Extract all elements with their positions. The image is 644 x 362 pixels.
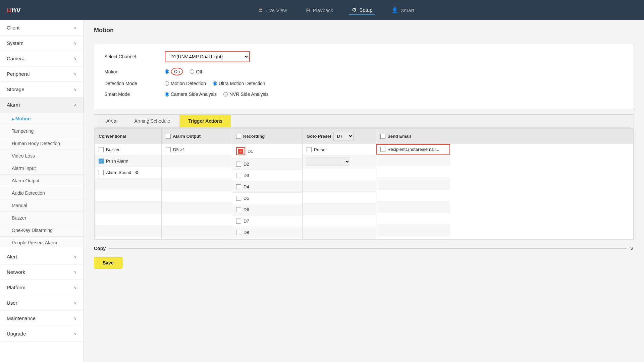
table-row: D4: [232, 181, 302, 193]
tab-arming-schedule[interactable]: Arming Schedule: [126, 115, 179, 127]
sidebar-item-alert[interactable]: Alert ∨: [0, 249, 84, 264]
detection-mode-radio-group: Motion Detection Ultra Motion Detection: [165, 81, 265, 86]
sidebar-item-platform[interactable]: Platform ∨: [0, 280, 84, 295]
table-row-empty: [376, 190, 450, 201]
table-row-empty: [303, 215, 376, 227]
table-row: ✓ Push Alarm: [95, 156, 161, 167]
table-header: Conventional Alarm Output Recording Goto…: [95, 129, 633, 144]
table-row-empty: [95, 225, 161, 237]
table-row-empty: [95, 202, 161, 214]
nav-live-view[interactable]: 🖥 Live View: [255, 5, 290, 15]
th-conventional: Conventional: [95, 129, 162, 144]
sidebar-sub-item-manual[interactable]: Manual: [0, 199, 84, 212]
goto-preset-header-select[interactable]: D7: [333, 132, 354, 140]
alarm-sound-gear-icon[interactable]: ⚙: [135, 170, 139, 175]
motion-radio-group: On Off: [165, 68, 202, 75]
table-row: Buzzer: [95, 144, 161, 156]
push-alarm-checkbox[interactable]: ✓: [99, 159, 104, 164]
d1-checkbox[interactable]: ✓: [238, 149, 243, 154]
select-channel-control: D1(UNV 4MP Dual Light): [165, 51, 250, 62]
sidebar-sub-item-alarm-output[interactable]: Alarm Output: [0, 175, 84, 187]
sidebar-item-network[interactable]: Network ∨: [0, 264, 84, 280]
nav-playback[interactable]: ⊞ Playback: [303, 5, 336, 15]
tab-trigger-actions[interactable]: Trigger Actions: [179, 115, 231, 127]
sidebar-sub-item-video-loss[interactable]: Video Loss: [0, 150, 84, 162]
alarm-sound-checkbox[interactable]: [99, 170, 104, 175]
recipient1-checkbox[interactable]: [380, 147, 385, 152]
chevron-down-icon: ∨: [74, 301, 77, 305]
preset-select[interactable]: [307, 158, 350, 166]
d8-checkbox[interactable]: [236, 230, 241, 235]
sidebar-sub-item-buzzer[interactable]: Buzzer: [0, 212, 84, 224]
motion-off-radio[interactable]: Off: [190, 69, 202, 74]
sidebar-sub-item-people-present[interactable]: People Present Alarm: [0, 237, 84, 249]
sidebar-sub-item-human-body[interactable]: Human Body Detection: [0, 137, 84, 150]
preset-checkbox[interactable]: [307, 147, 312, 152]
motion-row: Motion On Off: [104, 68, 624, 75]
buzzer-checkbox[interactable]: [99, 147, 104, 152]
save-button[interactable]: Save: [94, 257, 122, 268]
d7-checkbox[interactable]: [236, 219, 241, 224]
sidebar-item-alarm[interactable]: Alarm ∧: [0, 97, 84, 113]
sidebar-sub-item-alarm-input[interactable]: Alarm Input: [0, 162, 84, 175]
d2-checkbox[interactable]: [236, 162, 241, 167]
d5-1-checkbox[interactable]: [166, 147, 171, 152]
sidebar-item-maintenance[interactable]: Maintenance ∨: [0, 311, 84, 326]
sidebar-sub-item-audio-detection[interactable]: Audio Detection: [0, 187, 84, 199]
sidebar-sub-item-motion[interactable]: Motion: [0, 113, 84, 125]
sidebar-item-client[interactable]: Client ∨: [0, 20, 84, 36]
send-email-header-checkbox[interactable]: [380, 134, 385, 139]
sidebar-item-upgrade[interactable]: Upgrade ∨: [0, 326, 84, 342]
table-row: Alarm Sound ⚙: [95, 167, 161, 178]
copy-chevron-icon[interactable]: ∨: [630, 245, 634, 252]
table-row-empty: [95, 178, 161, 190]
sidebar-item-storage[interactable]: Storage ∨: [0, 82, 84, 97]
recording-header-checkbox[interactable]: [236, 134, 241, 139]
col-alarm-output: D5->1: [162, 144, 232, 239]
chevron-down-icon: ∨: [74, 25, 77, 30]
table-row-empty: [162, 202, 232, 214]
sidebar-item-peripheral[interactable]: Peripheral ∨: [0, 66, 84, 82]
sidebar-item-user[interactable]: User ∨: [0, 295, 84, 311]
th-recording: Recording: [232, 129, 303, 144]
d6-checkbox[interactable]: [236, 207, 241, 212]
chevron-down-icon: ∨: [74, 41, 77, 46]
nvr-side-radio[interactable]: NVR Side Analysis: [223, 92, 269, 97]
d4-checkbox[interactable]: [236, 184, 241, 189]
table-row-empty: [95, 190, 161, 202]
chevron-down-icon: ∨: [74, 56, 77, 61]
nav-smart[interactable]: 👤 Smart: [389, 5, 417, 15]
alarm-output-header-checkbox[interactable]: [166, 134, 171, 139]
chevron-down-icon: ∨: [74, 316, 77, 321]
motion-detection-radio[interactable]: Motion Detection: [165, 81, 206, 86]
table-row: D7: [232, 216, 302, 227]
col-goto-preset: Preset: [303, 144, 376, 239]
tab-area[interactable]: Area: [98, 115, 125, 127]
d3-checkbox[interactable]: [236, 173, 241, 178]
sidebar-sub-item-one-key[interactable]: One-Key Disarming: [0, 224, 84, 237]
table-row: D2: [232, 159, 302, 170]
motion-label: Motion: [104, 69, 158, 74]
tabs-wrapper: Area Arming Schedule Trigger Actions: [94, 115, 634, 128]
table-row-empty: [376, 178, 450, 190]
smart-mode-radio-group: Camera Side Analysis NVR Side Analysis: [165, 92, 269, 97]
sidebar-item-camera[interactable]: Camera ∨: [0, 51, 84, 66]
motion-on-radio[interactable]: On: [165, 68, 183, 75]
nvr-side-label: NVR Side Analysis: [229, 92, 269, 97]
d5-checkbox[interactable]: [236, 196, 241, 201]
table-row-empty: [376, 201, 450, 213]
sidebar-sub-alarm: Motion Tampering Human Body Detection Vi…: [0, 113, 84, 249]
table-row-empty: [95, 214, 161, 225]
select-channel-label: Select Channel: [104, 54, 158, 59]
chevron-down-icon: ∨: [74, 270, 77, 275]
sidebar-item-system[interactable]: System ∨: [0, 36, 84, 51]
gear-icon: ⚙: [352, 7, 357, 13]
col-conventional: Buzzer ✓ Push Alarm Alarm Sound ⚙: [95, 144, 162, 239]
sidebar-sub-item-tampering[interactable]: Tampering: [0, 125, 84, 137]
nav-setup[interactable]: ⚙ Setup: [349, 5, 375, 15]
camera-side-radio[interactable]: Camera Side Analysis: [165, 92, 217, 97]
sidebar: Client ∨ System ∨ Camera ∨ Peripheral ∨ …: [0, 20, 84, 362]
table-row-empty: [162, 156, 232, 167]
ultra-motion-radio[interactable]: Ultra Motion Detection: [213, 81, 265, 86]
channel-select[interactable]: D1(UNV 4MP Dual Light): [165, 52, 249, 62]
